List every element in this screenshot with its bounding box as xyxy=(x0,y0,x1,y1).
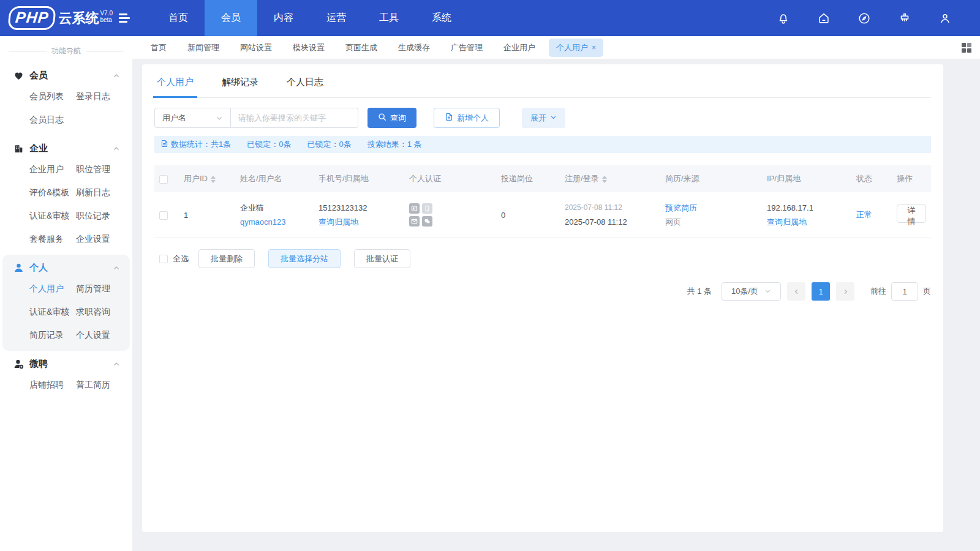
sidebar-item-resume-records[interactable]: 简历记录 xyxy=(29,330,76,341)
logo-php-badge: PHP xyxy=(7,6,57,30)
certification-icons xyxy=(409,203,432,227)
preview-resume-link[interactable]: 预览简历 xyxy=(665,201,757,215)
add-personal-button[interactable]: 新增个人 xyxy=(434,108,500,128)
sidebar-item-refresh-log[interactable]: 刷新日志 xyxy=(76,187,123,198)
chevron-up-icon[interactable] xyxy=(113,264,120,272)
page-tab-personal-users[interactable]: 个人用户× xyxy=(549,39,603,57)
search-button[interactable]: 查询 xyxy=(368,108,417,128)
tab-personal-logs[interactable]: 个人日志 xyxy=(287,77,323,97)
sidebar-item-company-settings[interactable]: 企业设置 xyxy=(76,234,123,245)
per-page-select[interactable]: 10条/页 xyxy=(722,282,781,301)
sort-icon[interactable] xyxy=(602,176,607,183)
sidebar-section-personal-header[interactable]: 个人 xyxy=(12,262,123,274)
bell-icon[interactable] xyxy=(777,12,790,25)
nav-item-content[interactable]: 内容 xyxy=(257,0,310,36)
chevron-down-icon xyxy=(216,114,223,122)
sidebar-item-package-service[interactable]: 套餐服务 xyxy=(29,234,76,245)
sidebar-item-personal-users[interactable]: 个人用户 xyxy=(29,283,76,294)
sidebar-item-company-users[interactable]: 企业用户 xyxy=(29,164,76,175)
next-page-button[interactable] xyxy=(836,282,854,301)
sidebar-item-cert-audit-personal[interactable]: 认证&审核 xyxy=(29,307,76,318)
menu-toggle-icon[interactable] xyxy=(115,0,140,36)
sidebar-item-member-log[interactable]: 会员日志 xyxy=(29,114,76,126)
nav-item-tools[interactable]: 工具 xyxy=(363,0,415,36)
sidebar-item-worker-resumes[interactable]: 普工简历 xyxy=(76,380,123,391)
tab-unbind-records[interactable]: 解绑记录 xyxy=(222,77,258,97)
nav-item-operations[interactable]: 运营 xyxy=(310,0,363,36)
page-tab-module-settings[interactable]: 模块设置 xyxy=(285,39,332,57)
page-tab-site-settings[interactable]: 网站设置 xyxy=(233,39,279,57)
home-icon[interactable] xyxy=(817,12,831,25)
sidebar-item-login-log[interactable]: 登录日志 xyxy=(76,91,123,102)
prev-page-button[interactable] xyxy=(787,282,805,301)
sidebar-item-review-templates[interactable]: 评价&模板 xyxy=(29,187,76,198)
user-icon[interactable] xyxy=(938,12,952,25)
stats-total: 数据统计：共1条 xyxy=(160,139,231,150)
username-link[interactable]: qymaocn123 xyxy=(240,215,309,229)
sidebar-section-personal-items: 个人用户 简历管理 认证&审核 求职咨询 简历记录 个人设置 xyxy=(12,274,123,347)
page-tab-company-users[interactable]: 企业用户 xyxy=(496,39,543,57)
sidebar-section-members-items: 会员列表 登录日志 会员日志 xyxy=(12,81,123,132)
sort-icon[interactable] xyxy=(211,176,216,183)
page-tab-ads[interactable]: 广告管理 xyxy=(443,39,490,57)
cell-resume-source: 预览简历 网页 xyxy=(660,192,762,238)
tab-personal-users[interactable]: 个人用户 xyxy=(157,77,194,97)
sidebar-item-resume-management[interactable]: 简历管理 xyxy=(76,283,123,294)
select-all-checkbox[interactable] xyxy=(159,255,168,263)
page-tab-cache[interactable]: 生成缓存 xyxy=(391,39,437,57)
logo-beta-label: beta xyxy=(100,17,113,23)
document-icon xyxy=(160,140,168,149)
select-all-header-checkbox[interactable] xyxy=(159,175,168,184)
sidebar-section-company-header[interactable]: 企业 xyxy=(12,143,123,154)
cell-status: 正常 xyxy=(851,192,892,238)
nav-item-system[interactable]: 系统 xyxy=(415,0,468,36)
sidebar-item-job-consulting[interactable]: 求职咨询 xyxy=(76,307,123,318)
chevron-up-icon[interactable] xyxy=(113,145,120,152)
batch-delete-button[interactable]: 批量删除 xyxy=(198,249,255,268)
search-field-value: 用户名 xyxy=(162,113,186,124)
search-icon xyxy=(378,113,386,123)
expand-filters-button[interactable]: 展开 xyxy=(522,108,565,128)
phone-location-link[interactable]: 查询归属地 xyxy=(318,215,399,229)
compass-icon[interactable] xyxy=(858,12,871,25)
ip-location-link[interactable]: 查询归属地 xyxy=(767,215,846,229)
sidebar-section-weipin: 微聘 店铺招聘 普工简历 xyxy=(2,351,130,400)
nav-item-members[interactable]: 会员 xyxy=(205,0,257,36)
search-field-select[interactable]: 用户名 xyxy=(154,108,231,128)
section-title: 企业 xyxy=(29,143,48,154)
status-badge[interactable]: 正常 xyxy=(856,210,872,219)
ip-address: 192.168.17.1 xyxy=(767,201,846,215)
sidebar-section-weipin-header[interactable]: 微聘 xyxy=(12,358,123,370)
sidebar-item-job-records[interactable]: 职位记录 xyxy=(76,211,123,222)
search-input[interactable] xyxy=(231,108,358,128)
batch-site-button[interactable]: 批量选择分站 xyxy=(268,249,341,268)
grid-view-icon[interactable] xyxy=(962,43,971,53)
pagination-total: 共 1 条 xyxy=(687,286,712,297)
phone-icon xyxy=(422,203,432,214)
col-user-id[interactable]: 用户ID xyxy=(179,165,235,192)
goto-page-input[interactable] xyxy=(891,282,918,301)
page-tab-news[interactable]: 新闻管理 xyxy=(180,39,227,57)
sidebar-item-job-management[interactable]: 职位管理 xyxy=(76,164,123,175)
chevron-up-icon[interactable] xyxy=(113,361,120,368)
row-checkbox[interactable] xyxy=(159,211,168,220)
sidebar-item-cert-audit[interactable]: 认证&审核 xyxy=(29,211,76,222)
page-tab-page-generate[interactable]: 页面生成 xyxy=(338,39,385,57)
col-certification: 个人认证 xyxy=(404,165,496,192)
chevron-up-icon[interactable] xyxy=(113,72,120,80)
page-tab-home[interactable]: 首页 xyxy=(143,39,174,57)
sidebar-item-member-list[interactable]: 会员列表 xyxy=(29,91,76,102)
col-register-login[interactable]: 注册/登录 xyxy=(560,165,660,192)
close-icon[interactable]: × xyxy=(592,43,596,52)
nav-item-home[interactable]: 首页 xyxy=(152,0,205,36)
page-number-button[interactable]: 1 xyxy=(812,282,830,301)
detail-button[interactable]: 详情 xyxy=(897,204,926,223)
sidebar-title: 功能导航 xyxy=(0,39,132,62)
sidebar-item-personal-settings[interactable]: 个人设置 xyxy=(76,330,123,341)
chevron-down-icon xyxy=(550,113,557,122)
batch-verify-button[interactable]: 批量认证 xyxy=(354,249,410,268)
cell-ip: 192.168.17.1 查询归属地 xyxy=(762,192,851,238)
sidebar-item-shop-recruiting[interactable]: 店铺招聘 xyxy=(29,380,76,391)
sidebar-section-members-header[interactable]: 会员 xyxy=(12,70,123,81)
brush-icon[interactable] xyxy=(898,12,911,25)
